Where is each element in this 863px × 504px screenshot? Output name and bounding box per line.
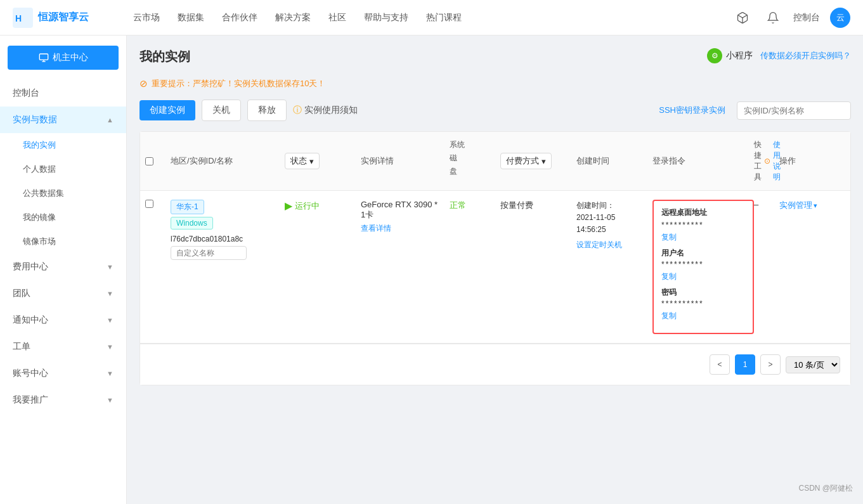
set-shutdown-link[interactable]: 设置定时关机 xyxy=(576,239,642,251)
search-input[interactable] xyxy=(737,101,851,120)
toolbar: 创建实例 关机 释放 ⓘ 实例使用须知 SSH密钥登录实例 xyxy=(140,100,851,121)
sidebar-submenu-personal-data[interactable]: 个人数据 xyxy=(0,157,126,181)
sidebar-item-console[interactable]: 控制台 xyxy=(0,80,126,107)
small-program-icon: ⚙ xyxy=(707,48,722,63)
chevron-down-icon-tickets: ▼ xyxy=(107,343,114,351)
main-content: 我的实例 ⚙ 小程序 传数据必须开启实例吗？ ⊘ 重要提示：严禁挖矿！实例关机数… xyxy=(127,36,863,504)
th-region-id: 地区/实例ID/名称 xyxy=(165,139,280,183)
sidebar-submenu-my-instances[interactable]: 我的实例 xyxy=(0,133,126,157)
sidebar-item-account[interactable]: 账号中心 ▼ xyxy=(0,360,126,387)
sidebar-item-notifications[interactable]: 通知中心 ▼ xyxy=(0,307,126,333)
td-disk: 正常 xyxy=(444,196,495,215)
ops-chevron-icon: ▾ xyxy=(814,202,817,210)
chevron-up-icon: ▲ xyxy=(107,116,114,124)
nav-right: 控制台 云 xyxy=(732,8,850,28)
sidebar-submenu-my-images[interactable]: 我的镜像 xyxy=(0,205,126,229)
td-create-time: 创建时间： 2021-11-05 14:56:25 设置定时关机 xyxy=(571,196,647,255)
notice-icon: ⓘ xyxy=(293,105,302,116)
sidebar-menu: 控制台 实例与数据 ▲ 我的实例 个人数据 公共数据集 我的镜像 镜像市场 xyxy=(0,80,126,413)
nav-partner[interactable]: 合作伙伴 xyxy=(222,12,257,23)
warning-text: 重要提示：严禁挖矿！实例关机数据保存10天！ xyxy=(152,78,325,89)
sidebar-submenu-public-datasets[interactable]: 公共数据集 xyxy=(0,181,126,205)
gpu-detail-link[interactable]: 查看详情 xyxy=(361,223,439,234)
chevron-down-icon-team: ▼ xyxy=(107,290,114,297)
shutdown-button[interactable]: 关机 xyxy=(202,100,241,121)
transfer-data-link[interactable]: 传数据必须开启实例吗？ xyxy=(760,50,851,61)
page-size-select[interactable]: 10 条/页 xyxy=(786,356,840,373)
chevron-down-icon-account: ▼ xyxy=(107,370,114,377)
remote-desktop-label: 远程桌面地址 xyxy=(661,207,745,218)
custom-name-field[interactable] xyxy=(171,246,275,260)
gpu-info: GeForce RTX 3090 * 1卡 xyxy=(361,200,439,221)
page-1-btn[interactable]: 1 xyxy=(735,354,755,375)
nav-cloud-market[interactable]: 云市场 xyxy=(133,12,160,23)
th-quick-tools: 快捷工具 ⊙ 使用说明 xyxy=(749,139,774,183)
nav-dataset[interactable]: 数据集 xyxy=(178,12,204,23)
watermark: CSDN @阿健松 xyxy=(798,483,853,494)
svg-text:H: H xyxy=(15,13,22,23)
create-instance-button[interactable]: 创建实例 xyxy=(140,100,195,120)
os-tag: Windows xyxy=(171,217,213,229)
quick-tools-dash: – xyxy=(754,200,758,209)
nav-community[interactable]: 社区 xyxy=(328,12,346,23)
td-region-id: 华东-1 Windows l76dc7dbca01801a8c xyxy=(165,196,280,264)
small-program-label: 小程序 xyxy=(726,50,753,61)
th-status[interactable]: 状态 ▾ xyxy=(280,139,356,183)
sidebar-item-team[interactable]: 团队 ▼ xyxy=(0,280,126,307)
status-dropdown[interactable]: 状态 ▾ xyxy=(285,153,320,169)
bell-icon[interactable] xyxy=(763,8,783,28)
user-avatar[interactable]: 云 xyxy=(830,8,850,28)
release-button[interactable]: 释放 xyxy=(247,100,287,121)
chevron-down-icon-notifications: ▼ xyxy=(107,316,114,324)
usage-notice-btn[interactable]: ⓘ 实例使用须知 xyxy=(293,105,358,116)
sidebar-item-promote[interactable]: 我要推广 ▼ xyxy=(0,387,126,413)
td-ops[interactable]: 实例管理 ▾ xyxy=(774,196,850,215)
ssh-login-link[interactable]: SSH密钥登录实例 xyxy=(659,105,725,116)
custom-name-input[interactable] xyxy=(171,246,247,260)
sidebar: 机主中心 控制台 实例与数据 ▲ 我的实例 个人数据 公共数据集 我的镜像 xyxy=(0,36,127,504)
control-panel-btn[interactable]: 控制台 xyxy=(793,12,820,23)
logo[interactable]: H 恒源智享云 xyxy=(13,8,114,28)
nav-help[interactable]: 帮助与支持 xyxy=(364,12,408,23)
td-quick-tools: – xyxy=(749,196,774,213)
nav-solution[interactable]: 解决方案 xyxy=(275,12,311,23)
logo-icon: H xyxy=(13,8,33,28)
sidebar-item-instances[interactable]: 实例与数据 ▲ xyxy=(0,107,126,133)
table-row: 华东-1 Windows l76dc7dbca01801a8c ▶ 运行中 xyxy=(140,191,850,344)
warning-icon: ⊘ xyxy=(140,78,148,89)
select-all-checkbox[interactable] xyxy=(145,157,153,165)
sidebar-item-billing[interactable]: 费用中心 ▼ xyxy=(0,254,126,280)
payment-dropdown-arrow: ▾ xyxy=(542,157,546,166)
cube-icon[interactable] xyxy=(732,8,753,28)
running-status: ▶ 运行中 xyxy=(285,200,351,212)
page-header: 我的实例 ⚙ 小程序 传数据必须开启实例吗？ xyxy=(140,48,851,73)
region-tag: 华东-1 xyxy=(171,200,204,214)
sidebar-item-tickets[interactable]: 工单 ▼ xyxy=(0,333,126,360)
host-center-button[interactable]: 机主中心 xyxy=(8,46,119,70)
nav-courses[interactable]: 热门课程 xyxy=(426,12,462,23)
prev-page-btn[interactable]: < xyxy=(710,354,730,375)
password-label: 密码 xyxy=(661,287,745,298)
main-nav: 云市场 数据集 合作伙伴 解决方案 社区 帮助与支持 热门课程 xyxy=(133,12,732,23)
row-checkbox[interactable] xyxy=(145,200,153,208)
copy-username-link[interactable]: 复制 xyxy=(661,271,745,282)
copy-password-link[interactable]: 复制 xyxy=(661,311,745,321)
th-payment[interactable]: 付费方式 ▾ xyxy=(495,139,571,183)
copy-remote-link[interactable]: 复制 xyxy=(661,232,745,243)
host-icon xyxy=(39,53,49,63)
sidebar-submenu-image-market[interactable]: 镜像市场 xyxy=(0,229,126,254)
th-create-time: 创建时间 xyxy=(571,139,647,183)
next-page-btn[interactable]: > xyxy=(760,354,781,375)
dropdown-arrow-icon: ▾ xyxy=(309,157,314,166)
layout: 机主中心 控制台 实例与数据 ▲ 我的实例 个人数据 公共数据集 我的镜像 xyxy=(0,0,863,504)
quick-tool-icon: ⊙ xyxy=(764,157,770,165)
instance-manage-btn[interactable]: 实例管理 ▾ xyxy=(779,200,845,211)
td-login-cmd: 远程桌面地址 ********** 复制 用户名 ********** 复制 密… xyxy=(647,196,749,338)
th-disk: 系统 磁 盘 xyxy=(444,139,495,183)
table-header: 地区/实例ID/名称 状态 ▾ 实例详情 系统 磁 盘 xyxy=(140,132,850,191)
top-nav: H 恒源智享云 云市场 数据集 合作伙伴 解决方案 社区 帮助与支持 热门课程 … xyxy=(0,0,863,36)
th-checkbox xyxy=(140,139,165,183)
svg-rect-3 xyxy=(39,54,48,60)
payment-dropdown[interactable]: 付费方式 ▾ xyxy=(500,153,552,169)
pagination: < 1 > 10 条/页 xyxy=(140,344,850,385)
